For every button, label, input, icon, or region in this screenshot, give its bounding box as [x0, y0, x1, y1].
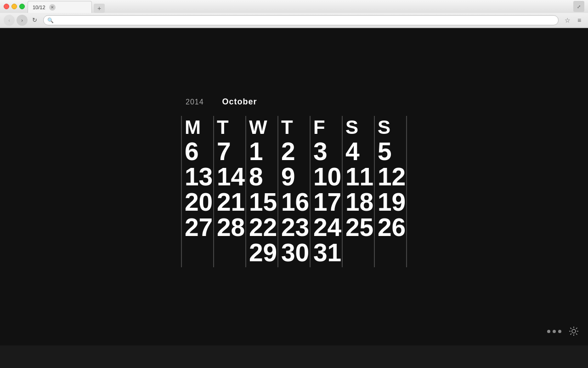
title-bar: 10/12 ✕ + ⤢	[0, 0, 588, 13]
day-2: 2	[281, 139, 307, 164]
browser-chrome: 10/12 ✕ + ⤢ ‹ › ↻ 🔍 ☆ ≡	[0, 0, 588, 28]
day-11: 11	[345, 164, 371, 190]
day-4: 4	[345, 139, 371, 164]
column-wednesday: W 1 8 15 22 29	[246, 116, 278, 267]
day-header-friday: F	[313, 118, 339, 137]
address-bar[interactable]: 🔍	[43, 15, 559, 25]
day-7: 7	[217, 139, 243, 164]
forward-button[interactable]: ›	[17, 15, 28, 26]
menu-icon[interactable]: ≡	[574, 15, 584, 25]
day-19: 19	[378, 190, 403, 215]
bookmark-icon[interactable]: ☆	[562, 15, 572, 25]
day-header-saturday: S	[345, 118, 371, 137]
url-input[interactable]	[55, 17, 554, 23]
day-1: 1	[249, 139, 275, 164]
day-10: 10	[313, 164, 339, 190]
svg-line-6	[576, 328, 577, 329]
page-content: 2014 October M 6 13 20 27 T 7 14 21 28	[0, 28, 588, 345]
maximize-button[interactable]	[19, 4, 25, 9]
nav-bar: ‹ › ↻ 🔍 ☆ ≡	[0, 13, 588, 28]
day-28: 28	[217, 215, 243, 240]
day-30: 30	[281, 240, 307, 265]
day-header-thursday: T	[281, 118, 307, 137]
tab-title: 10/12	[33, 5, 45, 10]
column-sunday: S 5 12 19 26 —	[375, 116, 407, 267]
svg-line-7	[571, 334, 571, 334]
day-31: 31	[313, 240, 339, 265]
search-icon: 🔍	[47, 17, 53, 23]
column-monday: M 6 13 20 27	[182, 116, 214, 267]
day-15: 15	[249, 190, 275, 215]
day-17: 17	[313, 190, 339, 215]
day-header-tuesday: T	[217, 118, 243, 137]
back-button[interactable]: ‹	[4, 15, 15, 26]
minimize-button[interactable]	[11, 4, 17, 9]
column-friday: F 3 10 17 24 31	[311, 116, 343, 267]
refresh-button[interactable]: ↻	[29, 15, 40, 25]
day-header-sunday: S	[378, 118, 403, 137]
column-tuesday: T 7 14 21 28	[214, 116, 246, 267]
calendar-header: 2014 October	[181, 97, 257, 107]
tab-close-button[interactable]: ✕	[49, 4, 56, 11]
day-5: 5	[378, 139, 403, 164]
brightness-icon[interactable]	[569, 326, 579, 336]
day-26: 26	[378, 215, 403, 240]
browser-tab[interactable]: 10/12 ✕	[28, 1, 92, 13]
svg-line-4	[571, 328, 571, 329]
day-16: 16	[281, 190, 307, 215]
day-25: 25	[345, 215, 371, 240]
dots-icon[interactable]	[547, 330, 561, 333]
close-button[interactable]	[4, 4, 9, 9]
bottom-bar	[547, 326, 579, 336]
day-29: 29	[249, 240, 275, 265]
window-resize-icon[interactable]: ⤢	[573, 1, 584, 12]
day-22: 22	[249, 215, 275, 240]
calendar-grid: M 6 13 20 27 T 7 14 21 28 W 1 8 15 22	[181, 116, 407, 267]
day-8: 8	[249, 164, 275, 190]
day-header-monday: M	[185, 118, 210, 137]
day-23: 23	[281, 215, 307, 240]
svg-point-8	[572, 329, 576, 333]
day-27: 27	[185, 215, 210, 240]
day-9: 9	[281, 164, 307, 190]
day-6: 6	[185, 139, 210, 164]
svg-line-5	[576, 334, 577, 334]
dot-1	[547, 330, 550, 333]
month-label: October	[222, 97, 257, 107]
day-24: 24	[313, 215, 339, 240]
browser-actions: ☆ ≡	[562, 15, 584, 25]
dot-3	[558, 330, 561, 333]
day-header-wednesday: W	[249, 118, 275, 137]
day-18: 18	[345, 190, 371, 215]
traffic-lights	[4, 4, 25, 9]
day-3: 3	[313, 139, 339, 164]
day-20: 20	[185, 190, 210, 215]
year-label: 2014	[186, 98, 204, 106]
day-13: 13	[185, 164, 210, 190]
dot-2	[553, 330, 556, 333]
new-tab-button[interactable]: +	[94, 4, 105, 13]
calendar-wrapper: 2014 October M 6 13 20 27 T 7 14 21 28	[181, 97, 407, 267]
column-saturday: S 4 11 18 25 —	[343, 116, 375, 267]
column-thursday: T 2 9 16 23 30	[278, 116, 311, 267]
day-12: 12	[378, 164, 403, 190]
day-14: 14	[217, 164, 243, 190]
day-21: 21	[217, 190, 243, 215]
